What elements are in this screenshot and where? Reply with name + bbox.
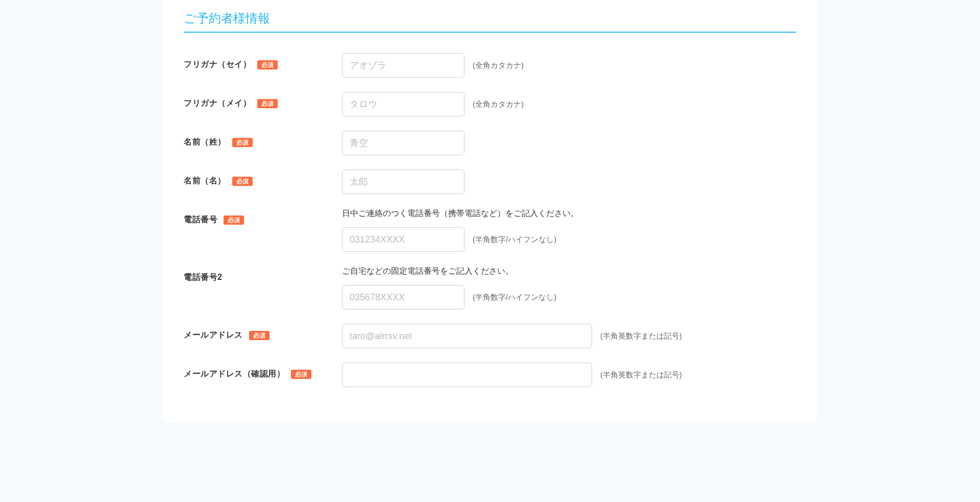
required-badge: 必須 <box>224 216 244 225</box>
input-line <box>342 170 796 194</box>
row-furigana-mei: フリガナ（メイ） 必須 (全角カタカナ) <box>184 92 796 116</box>
required-badge: 必須 <box>232 177 253 186</box>
input-furigana-sei[interactable] <box>342 53 464 78</box>
form-container: ご予約者様情報 フリガナ（セイ） 必須 (全角カタカナ) フリガナ（メイ） 必須… <box>163 0 817 422</box>
input-furigana-mei[interactable] <box>342 92 464 116</box>
label-phone2: 電話番号2 <box>184 272 222 283</box>
help-phone1: 日中ご連絡のつく電話番号（携帯電話など）をご記入ください。 <box>342 208 796 219</box>
input-col: (全角カタカナ) <box>342 92 796 116</box>
label-col: フリガナ（メイ） 必須 <box>184 92 342 109</box>
hint-email-confirm: (半角英数字または記号) <box>600 370 682 380</box>
input-col: (全角カタカナ) <box>342 53 796 78</box>
required-badge: 必須 <box>249 331 270 340</box>
input-col <box>342 170 796 194</box>
input-line: (半角数字/ハイフンなし) <box>342 285 796 309</box>
required-badge: 必須 <box>232 138 253 147</box>
input-line: (全角カタカナ) <box>342 92 796 116</box>
label-name-mei: 名前（名） <box>184 176 226 186</box>
input-name-sei[interactable] <box>342 131 464 155</box>
input-col: ご自宅などの固定電話番号をご記入ください。 (半角数字/ハイフンなし) <box>342 266 796 309</box>
required-badge: 必須 <box>257 60 278 69</box>
input-line: (半角英数字または記号) <box>342 324 796 348</box>
hint-furigana-sei: (全角カタカナ) <box>473 61 524 70</box>
input-email[interactable] <box>342 324 592 348</box>
label-col: 電話番号 必須 <box>184 208 342 225</box>
input-email-confirm[interactable] <box>342 363 592 387</box>
help-phone2: ご自宅などの固定電話番号をご記入ください。 <box>342 266 796 277</box>
input-line <box>342 131 796 155</box>
input-line: (半角数字/ハイフンなし) <box>342 227 796 252</box>
label-furigana-mei: フリガナ（メイ） <box>184 98 251 109</box>
row-name-mei: 名前（名） 必須 <box>184 170 796 194</box>
row-furigana-sei: フリガナ（セイ） 必須 (全角カタカナ) <box>184 53 796 78</box>
hint-phone1: (半角数字/ハイフンなし) <box>473 235 556 245</box>
label-furigana-sei: フリガナ（セイ） <box>184 59 251 70</box>
input-line: (半角英数字または記号) <box>342 363 796 387</box>
input-col: (半角英数字または記号) <box>342 324 796 348</box>
input-name-mei[interactable] <box>342 170 464 194</box>
required-badge: 必須 <box>257 99 278 108</box>
hint-email: (半角英数字または記号) <box>600 331 682 341</box>
label-col: 名前（名） 必須 <box>184 170 342 186</box>
label-email: メールアドレス <box>184 330 243 341</box>
input-phone1[interactable] <box>342 227 464 252</box>
row-phone2: 電話番号2 ご自宅などの固定電話番号をご記入ください。 (半角数字/ハイフンなし… <box>184 266 796 309</box>
row-name-sei: 名前（姓） 必須 <box>184 131 796 155</box>
input-line: (全角カタカナ) <box>342 53 796 78</box>
label-col: メールアドレス 必須 <box>184 324 342 341</box>
row-phone1: 電話番号 必須 日中ご連絡のつく電話番号（携帯電話など）をご記入ください。 (半… <box>184 208 796 252</box>
label-phone1: 電話番号 <box>184 214 217 225</box>
label-col: メールアドレス（確認用） 必須 <box>184 363 342 379</box>
required-badge: 必須 <box>291 370 311 379</box>
input-col: 日中ご連絡のつく電話番号（携帯電話など）をご記入ください。 (半角数字/ハイフン… <box>342 208 796 252</box>
label-col: 電話番号2 <box>184 266 342 283</box>
input-col <box>342 131 796 155</box>
row-email: メールアドレス 必須 (半角英数字または記号) <box>184 324 796 348</box>
input-col: (半角英数字または記号) <box>342 363 796 387</box>
hint-furigana-mei: (全角カタカナ) <box>473 100 524 109</box>
label-col: フリガナ（セイ） 必須 <box>184 53 342 70</box>
label-name-sei: 名前（姓） <box>184 137 226 148</box>
section-title: ご予約者様情報 <box>184 10 796 33</box>
input-phone2[interactable] <box>342 285 464 309</box>
row-email-confirm: メールアドレス（確認用） 必須 (半角英数字または記号) <box>184 363 796 387</box>
label-email-confirm: メールアドレス（確認用） <box>184 369 285 379</box>
label-col: 名前（姓） 必須 <box>184 131 342 148</box>
hint-phone2: (半角数字/ハイフンなし) <box>473 293 556 302</box>
